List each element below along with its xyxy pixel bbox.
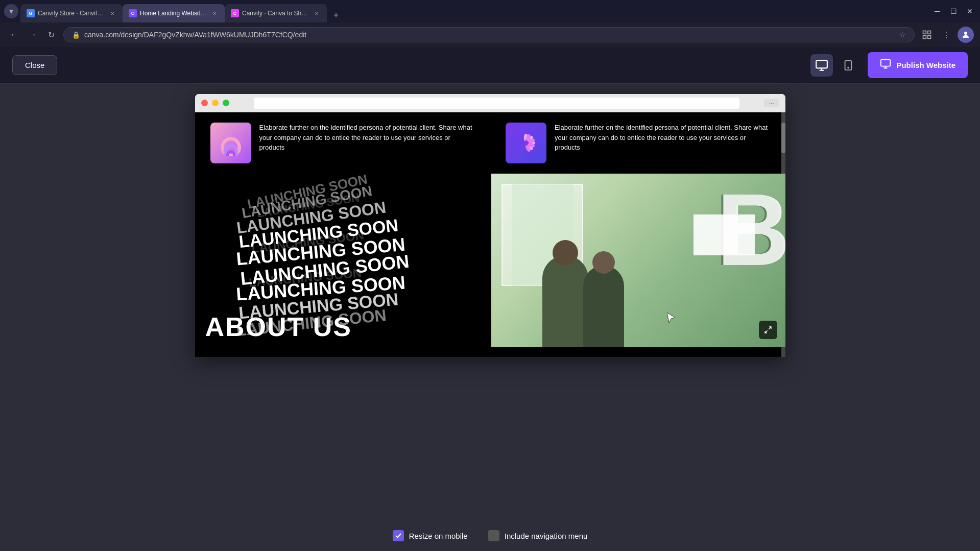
tab-1-favicon: G: [27, 9, 35, 17]
preview-url-bar: [254, 98, 740, 109]
nav-menu-item: Include navigation menu: [488, 530, 588, 541]
scrollbar-thumb: [781, 123, 785, 153]
resize-mobile-checkbox[interactable]: [393, 530, 404, 541]
browser-chrome: ▼ G Canvify Store · Canvify · Shopify ✕ …: [0, 0, 980, 47]
tab-nav-button[interactable]: ▼: [4, 4, 18, 18]
tab-3-label: Canvify · Canva to Shopify: [242, 10, 309, 17]
close-window-button[interactable]: ✕: [964, 5, 976, 17]
main-content: ···: [0, 84, 980, 520]
service-card-1: Elaborate further on the identified pers…: [210, 123, 475, 163]
device-toggle: [810, 54, 859, 77]
refresh-button[interactable]: ↻: [43, 27, 59, 43]
service-card-2: Elaborate further on the identified pers…: [506, 123, 770, 163]
tabs-container: G Canvify Store · Canvify · Shopify ✕ C …: [20, 0, 931, 22]
back-button[interactable]: ←: [6, 27, 22, 43]
tab-1-label: Canvify Store · Canvify · Shopify: [38, 10, 105, 17]
launching-left: LAUNCHING SOON LAUNCHING SOON LAUNCHING …: [195, 174, 491, 347]
new-tab-button[interactable]: +: [329, 8, 343, 22]
browser-actions: ⋮: [919, 27, 974, 43]
pink-gradient-icon: [210, 123, 251, 163]
publish-label: Publish Website: [896, 61, 955, 69]
nav-menu-label: Include navigation menu: [505, 532, 588, 540]
publish-website-button[interactable]: Publish Website: [868, 52, 968, 78]
white-box-overlay: [694, 214, 755, 255]
svg-rect-5: [817, 60, 828, 68]
secure-icon: 🔒: [72, 31, 80, 39]
restore-button[interactable]: ☐: [947, 5, 960, 17]
desktop-view-button[interactable]: [810, 54, 833, 77]
traffic-light-green[interactable]: [223, 100, 229, 106]
traffic-light-red[interactable]: [201, 100, 208, 106]
preview-content: Elaborate further on the identified pers…: [195, 112, 785, 357]
person-1: [542, 255, 588, 347]
svg-point-20: [523, 140, 529, 146]
tab-3[interactable]: C Canvify · Canva to Shopify ✕: [225, 4, 327, 22]
url-text: canva.com/design/DAF2gQvZkhw/AVa1fWW6kUM…: [84, 31, 895, 39]
svg-rect-8: [881, 60, 890, 66]
forward-button[interactable]: →: [25, 27, 41, 43]
service-card-1-text: Elaborate further on the identified pers…: [259, 123, 475, 153]
service-icon-2: [506, 123, 546, 163]
section-divider: [490, 123, 490, 163]
mobile-view-button[interactable]: [837, 54, 859, 77]
preview-btn-1[interactable]: ···: [764, 99, 779, 107]
nav-controls: ← → ↻: [6, 27, 59, 43]
tab-1[interactable]: G Canvify Store · Canvify · Shopify ✕: [20, 4, 123, 22]
person-1-head: [553, 240, 578, 266]
tab-1-close[interactable]: ✕: [108, 9, 116, 17]
purple-gradient-icon: [506, 123, 546, 163]
tab-bar: ▼ G Canvify Store · Canvify · Shopify ✕ …: [0, 0, 980, 22]
svg-rect-1: [928, 31, 931, 34]
resize-mobile-label: Resize on mobile: [409, 532, 468, 540]
publish-icon: [880, 58, 891, 72]
address-bar: ← → ↻ 🔒 canva.com/design/DAF2gQvZkhw/AVa…: [0, 22, 980, 47]
expand-button[interactable]: [759, 321, 777, 339]
launching-section: LAUNCHING SOON LAUNCHING SOON LAUNCHING …: [195, 174, 785, 347]
window-controls: ─ ☐ ✕: [931, 5, 976, 17]
canva-header: Close Publish Website: [0, 47, 980, 84]
resize-mobile-item: Resize on mobile: [393, 530, 468, 541]
svg-rect-2: [923, 36, 926, 39]
person-2: [583, 266, 624, 347]
close-button[interactable]: Close: [12, 55, 57, 75]
service-card-2-text: Elaborate further on the identified pers…: [555, 123, 770, 153]
settings-button[interactable]: ⋮: [938, 27, 954, 43]
about-us-text: ABOUT US: [205, 312, 352, 342]
tab-2[interactable]: C Home Landing Website in Blac... ✕: [123, 4, 225, 22]
svg-rect-0: [923, 31, 926, 34]
service-cards-section: Elaborate further on the identified pers…: [195, 112, 785, 174]
minimize-button[interactable]: ─: [931, 5, 943, 17]
people-area: [512, 235, 655, 347]
launching-right: B: [491, 174, 785, 347]
person-2-head: [592, 251, 615, 274]
preview-window: ···: [195, 94, 785, 357]
preview-titlebar: ···: [195, 94, 785, 112]
nav-menu-checkbox[interactable]: [488, 530, 499, 541]
tab-3-favicon: C: [231, 9, 239, 17]
svg-point-4: [964, 32, 967, 35]
svg-rect-6: [845, 60, 852, 69]
star-icon: ☆: [899, 31, 906, 39]
url-bar[interactable]: 🔒 canva.com/design/DAF2gQvZkhw/AVa1fWW6k…: [63, 27, 915, 42]
tab-2-favicon: C: [129, 9, 137, 17]
tab-2-close[interactable]: ✕: [210, 9, 219, 17]
tab-3-close[interactable]: ✕: [313, 9, 321, 17]
svg-rect-3: [928, 36, 931, 39]
profile-button[interactable]: [958, 27, 974, 43]
traffic-light-yellow[interactable]: [212, 100, 219, 106]
extensions-button[interactable]: [919, 27, 935, 43]
service-icon-1: [210, 123, 251, 163]
bottom-bar: Resize on mobile Include navigation menu: [0, 520, 980, 551]
svg-point-7: [848, 67, 849, 68]
tab-2-label: Home Landing Website in Blac...: [140, 10, 207, 17]
